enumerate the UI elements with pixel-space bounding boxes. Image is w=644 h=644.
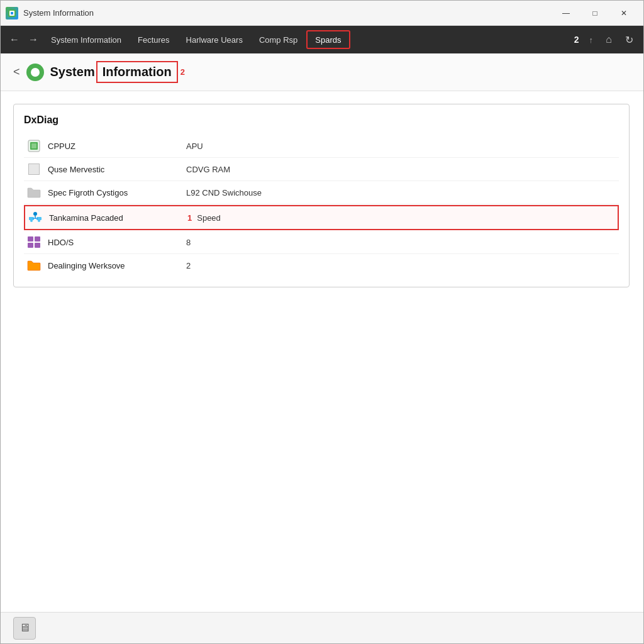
diag-name-tankamina: Tankamina Pacaded xyxy=(49,213,187,223)
main-window: System Information — □ ✕ ← → System Info… xyxy=(0,0,644,644)
folder-orange-icon xyxy=(26,258,42,273)
nav-tab-hardware[interactable]: Harlware Uears xyxy=(179,30,250,49)
diag-name-quse: Quse Mervestic xyxy=(48,165,186,174)
svg-point-9 xyxy=(33,212,37,216)
main-panel: DxDiag CPPUZ APU xyxy=(1,91,643,612)
item-annotation-1: 1 xyxy=(187,213,192,223)
nav-tab-comp-rsp[interactable]: Comp Rsp xyxy=(252,30,305,49)
nav-tab-system-info[interactable]: System Information xyxy=(43,30,129,49)
diag-list: CPPUZ APU Quse Mervestic CDVG RAM xyxy=(24,135,619,277)
reload-button[interactable]: ↻ xyxy=(619,30,638,49)
nav-tab-spards[interactable]: Spards xyxy=(306,30,350,49)
page-annotation-badge: 2 xyxy=(180,67,185,77)
diag-name-dealinging: Dealinging Werksove xyxy=(48,261,186,270)
svg-point-11 xyxy=(30,219,33,222)
nav-tab-fectures[interactable]: Fectures xyxy=(130,30,177,49)
page-back-button[interactable]: < xyxy=(13,65,20,79)
diag-name-hdo: HDO/S xyxy=(48,238,186,247)
window-controls: — □ ✕ xyxy=(552,4,638,23)
svg-rect-13 xyxy=(28,236,33,242)
minimize-button[interactable]: — xyxy=(552,4,580,23)
svg-rect-5 xyxy=(31,143,36,148)
grid-icon xyxy=(26,235,42,250)
dxdiag-title: DxDiag xyxy=(24,114,619,126)
svg-rect-8 xyxy=(33,218,38,219)
diag-name-spec: Spec Figroth Cystigos xyxy=(48,188,186,197)
diag-item-hdo[interactable]: HDO/S 8 xyxy=(24,231,619,254)
nav-badge: 2 xyxy=(570,35,583,45)
home-button[interactable]: ⌂ xyxy=(599,30,618,49)
page-title-prefix: System xyxy=(50,65,95,79)
diag-value-tankamina: Speed xyxy=(197,213,221,223)
diag-item-quse[interactable]: Quse Mervestic CDVG RAM xyxy=(24,158,619,181)
page-header: < System Information 2 xyxy=(1,53,643,91)
back-arrow[interactable]: ← xyxy=(6,30,23,49)
svg-rect-16 xyxy=(35,243,40,248)
svg-rect-15 xyxy=(28,243,33,248)
folder-icon xyxy=(26,185,42,200)
diag-value-hdo: 8 xyxy=(186,238,191,247)
dxdiag-box: DxDiag CPPUZ APU xyxy=(13,104,630,287)
diag-value-spec: L92 CND Swichouse xyxy=(186,188,262,197)
page-title-highlighted: Information xyxy=(96,61,178,83)
svg-rect-2 xyxy=(11,12,13,14)
diag-item-spec[interactable]: Spec Figroth Cystigos L92 CND Swichouse xyxy=(24,181,619,204)
navbar: ← → System Information Fectures Harlware… xyxy=(1,26,643,53)
diag-value-quse: CDVG RAM xyxy=(186,165,230,174)
window-title: System Information xyxy=(23,8,552,18)
titlebar: System Information — □ ✕ xyxy=(1,1,643,26)
content-area: < System Information 2 DxDiag xyxy=(1,53,643,643)
diag-value-dealinging: 2 xyxy=(186,261,191,270)
close-button[interactable]: ✕ xyxy=(609,4,638,23)
page-icon xyxy=(26,64,44,81)
diag-item-tankamina[interactable]: Tankamina Pacaded 1 Speed xyxy=(24,205,619,230)
statusbar-icon: 🖥 xyxy=(13,617,36,640)
diag-value-cppuz: APU xyxy=(186,142,203,151)
square-icon xyxy=(26,162,42,177)
nav-ext: ↑ xyxy=(584,32,599,48)
svg-point-12 xyxy=(38,219,40,222)
diag-name-cppuz: CPPUZ xyxy=(48,142,186,151)
diag-item-cppuz[interactable]: CPPUZ APU xyxy=(24,135,619,158)
maximize-button[interactable]: □ xyxy=(580,4,609,23)
svg-rect-14 xyxy=(35,236,40,242)
cpu-icon xyxy=(26,138,42,153)
app-icon xyxy=(6,7,18,19)
diag-item-dealinging[interactable]: Dealinging Werksove 2 xyxy=(24,254,619,277)
forward-arrow[interactable]: → xyxy=(25,30,42,49)
network-icon xyxy=(28,210,43,225)
statusbar: 🖥 xyxy=(1,612,643,643)
